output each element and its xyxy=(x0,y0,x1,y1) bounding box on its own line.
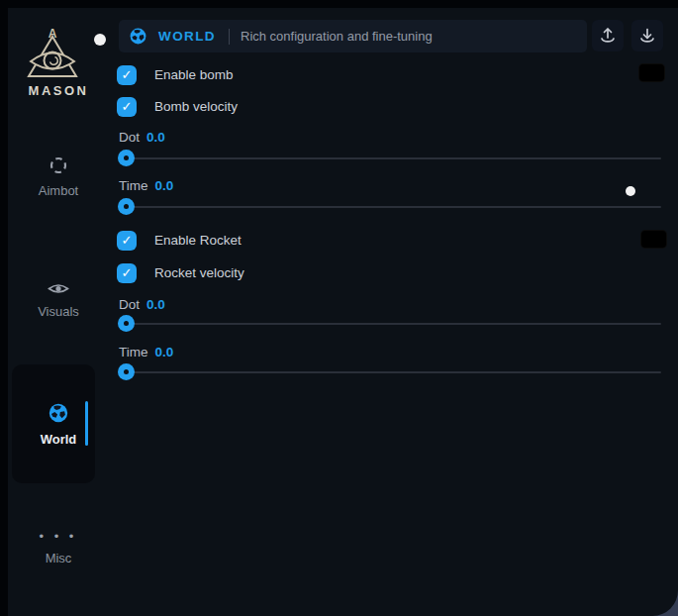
eye-icon xyxy=(48,281,69,296)
check-icon: ✓ xyxy=(122,266,133,279)
enable-rocket-row: ✓ Enable Rocket xyxy=(117,230,242,251)
checkbox-label: Enable bomb xyxy=(154,67,234,82)
upload-icon xyxy=(598,26,618,46)
slider-value: 0.0 xyxy=(155,345,174,359)
cursor-dot xyxy=(94,34,106,46)
sidebar-item-misc[interactable]: • • • Misc xyxy=(8,533,109,566)
page-title: WORLD xyxy=(158,29,216,44)
enable-rocket-checkbox[interactable]: ✓ xyxy=(117,231,137,251)
bomb-dot-slider-handle[interactable] xyxy=(118,150,135,166)
upload-button[interactable] xyxy=(592,20,624,51)
sidebar-item-label: Misc xyxy=(46,551,72,565)
sidebar-item-label: World xyxy=(41,432,77,447)
sidebar-item-label: Aimbot xyxy=(39,183,78,198)
rocket-color-swatch[interactable] xyxy=(640,230,667,249)
page-subtitle: Rich configuration and fine-tuning xyxy=(241,29,433,44)
enable-bomb-checkbox[interactable]: ✓ xyxy=(117,65,137,85)
brand-logo-icon: A xyxy=(22,26,83,83)
header-divider xyxy=(229,29,230,45)
bomb-color-swatch[interactable] xyxy=(638,63,665,82)
rocket-dot-slider-track[interactable] xyxy=(119,323,661,325)
globe-icon xyxy=(48,402,69,424)
bomb-time-slider-handle[interactable] xyxy=(118,198,135,215)
ellipsis-icon: • • • xyxy=(8,533,109,541)
checkbox-label: Rocket velocity xyxy=(154,265,244,280)
sidebar-item-world[interactable]: World xyxy=(8,402,109,448)
bomb-velocity-checkbox[interactable]: ✓ xyxy=(117,97,137,117)
slider-value: 0.0 xyxy=(155,178,174,193)
check-icon: ✓ xyxy=(122,68,133,81)
brand-name: MASON xyxy=(8,83,109,98)
page-header: WORLD Rich configuration and fine-tuning xyxy=(119,20,587,52)
check-icon: ✓ xyxy=(122,234,133,247)
enable-bomb-row: ✓ Enable bomb xyxy=(117,64,234,85)
rocket-dot-caption: Dot 0.0 xyxy=(119,297,165,312)
rocket-time-caption: Time 0.0 xyxy=(119,345,173,359)
slider-label: Time xyxy=(119,178,148,193)
mason-menu: A MASON Aimbot Visuals xyxy=(0,0,678,616)
bomb-time-caption: Time 0.0 xyxy=(119,178,173,193)
slider-label: Time xyxy=(119,345,148,359)
checkbox-label: Enable Rocket xyxy=(154,233,242,248)
download-icon xyxy=(637,26,657,46)
menu-window: A MASON Aimbot Visuals xyxy=(8,8,678,616)
bomb-time-slider-track[interactable] xyxy=(119,206,661,208)
slider-label: Dot xyxy=(119,130,140,145)
rocket-dot-slider-handle[interactable] xyxy=(118,315,135,332)
sidebar-item-visuals[interactable]: Visuals xyxy=(8,281,109,320)
check-icon: ✓ xyxy=(122,100,133,113)
download-button[interactable] xyxy=(631,20,663,51)
cursor-dot xyxy=(626,186,635,196)
globe-icon xyxy=(129,27,147,46)
bomb-velocity-row: ✓ Bomb velocity xyxy=(117,96,238,117)
bomb-dot-caption: Dot 0.0 xyxy=(119,130,165,145)
rocket-velocity-row: ✓ Rocket velocity xyxy=(117,262,244,283)
rocket-velocity-checkbox[interactable]: ✓ xyxy=(117,263,137,283)
sidebar-item-aimbot[interactable]: Aimbot xyxy=(8,155,109,199)
sidebar-item-label: Visuals xyxy=(38,304,79,319)
crosshair-icon xyxy=(48,155,68,175)
rocket-time-slider-track[interactable] xyxy=(119,371,661,373)
sidebar: A MASON Aimbot Visuals xyxy=(8,8,109,616)
checkbox-label: Bomb velocity xyxy=(154,99,238,114)
slider-value: 0.0 xyxy=(146,297,165,312)
bomb-dot-slider-track[interactable] xyxy=(119,157,661,159)
slider-value: 0.0 xyxy=(146,130,165,145)
slider-label: Dot xyxy=(119,297,140,312)
rocket-time-slider-handle[interactable] xyxy=(118,363,135,380)
